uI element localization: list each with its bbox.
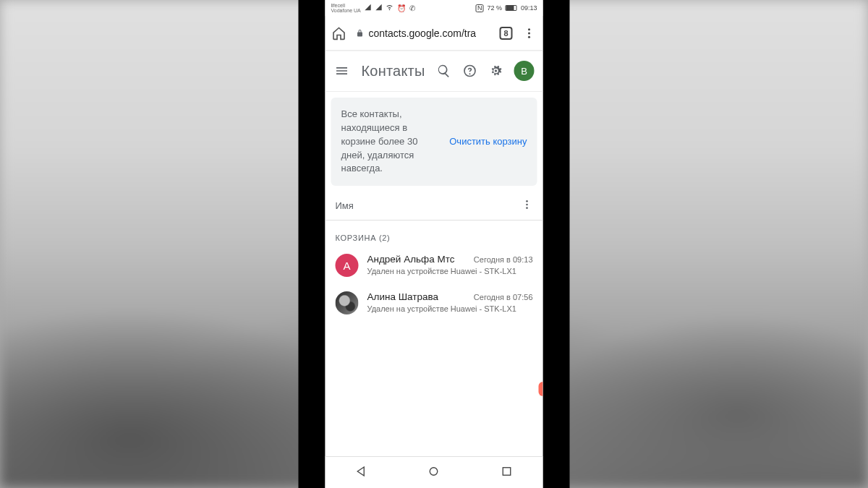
home-icon[interactable] [331, 25, 347, 41]
device-bezel-left [299, 0, 326, 488]
tabs-button[interactable]: 8 [500, 27, 513, 40]
avatar-initial: А [343, 260, 350, 272]
browser-menu-icon[interactable] [522, 25, 537, 41]
svg-rect-7 [503, 467, 511, 475]
lock-icon [356, 29, 365, 38]
system-nav-bar [326, 456, 543, 488]
svg-point-6 [430, 467, 438, 475]
section-header: КОРЗИНА (2) [326, 221, 543, 247]
list-item[interactable]: Алина Шатрава Сегодня в 07:56 Удален на … [326, 284, 543, 322]
carrier-label: lifecell Vodafone UA [331, 3, 361, 13]
battery-pct: 72 % [487, 4, 502, 12]
nfc-icon: N [476, 4, 484, 12]
phone-screen: lifecell Vodafone UA ⏰ ✆ N 72 % 09:13 co [326, 0, 543, 488]
clock: 09:13 [521, 4, 537, 12]
app-header: Контакты В [326, 51, 543, 91]
search-icon[interactable] [436, 63, 452, 79]
alarm-icon: ⏰ [397, 4, 406, 12]
divider [326, 91, 543, 92]
contact-avatar: А [336, 254, 359, 277]
svg-point-4 [526, 204, 528, 206]
tab-count-value: 8 [503, 29, 508, 38]
svg-point-0 [528, 28, 530, 30]
trash-info-banner: Все контакты, находящиеся в корзине боле… [331, 98, 537, 186]
contact-subtitle: Удален на устройстве Huawei - STK-LX1 [367, 267, 533, 275]
avatar-letter: В [521, 66, 527, 77]
col-name-label: Имя [336, 200, 354, 211]
recents-button[interactable] [500, 465, 513, 481]
empty-trash-button[interactable]: Очистить корзину [449, 135, 527, 149]
contact-time: Сегодня в 07:56 [474, 293, 533, 301]
contact-avatar [336, 291, 359, 314]
viber-icon: ✆ [409, 4, 415, 12]
hamburger-menu-icon[interactable] [334, 63, 350, 79]
account-avatar[interactable]: В [514, 61, 535, 81]
device-bezel-right [543, 0, 570, 488]
svg-point-3 [526, 200, 528, 202]
home-button[interactable] [427, 465, 441, 481]
contact-name: Андрей Альфа Мтс [367, 254, 455, 265]
list-item[interactable]: А Андрей Альфа Мтс Сегодня в 09:13 Удале… [326, 247, 543, 284]
contact-name: Алина Шатрава [367, 291, 438, 302]
battery-icon [506, 5, 517, 11]
signal-icon [365, 4, 372, 12]
address-bar[interactable]: contacts.google.com/tra [356, 27, 491, 39]
signal-icon-2 [375, 4, 383, 12]
wifi-icon [386, 4, 393, 12]
page-title: Контакты [362, 63, 426, 80]
browser-toolbar: contacts.google.com/tra 8 [326, 16, 543, 51]
list-column-header: Имя [326, 192, 543, 221]
edge-indicator [539, 382, 543, 396]
back-button[interactable] [355, 465, 368, 481]
banner-message: Все контакты, находящиеся в корзине боле… [341, 108, 443, 176]
contact-subtitle: Удален на устройстве Huawei - STK-LX1 [367, 304, 533, 313]
help-icon[interactable] [462, 63, 478, 79]
status-bar: lifecell Vodafone UA ⏰ ✆ N 72 % 09:13 [326, 0, 543, 16]
url-text: contacts.google.com/tra [369, 27, 477, 39]
svg-point-1 [528, 32, 530, 34]
svg-point-2 [528, 35, 530, 38]
gear-icon[interactable] [488, 63, 504, 79]
contact-time: Сегодня в 09:13 [474, 255, 533, 264]
phone-frame: lifecell Vodafone UA ⏰ ✆ N 72 % 09:13 co [299, 0, 570, 488]
svg-point-5 [526, 207, 528, 210]
list-more-icon[interactable] [522, 199, 533, 213]
